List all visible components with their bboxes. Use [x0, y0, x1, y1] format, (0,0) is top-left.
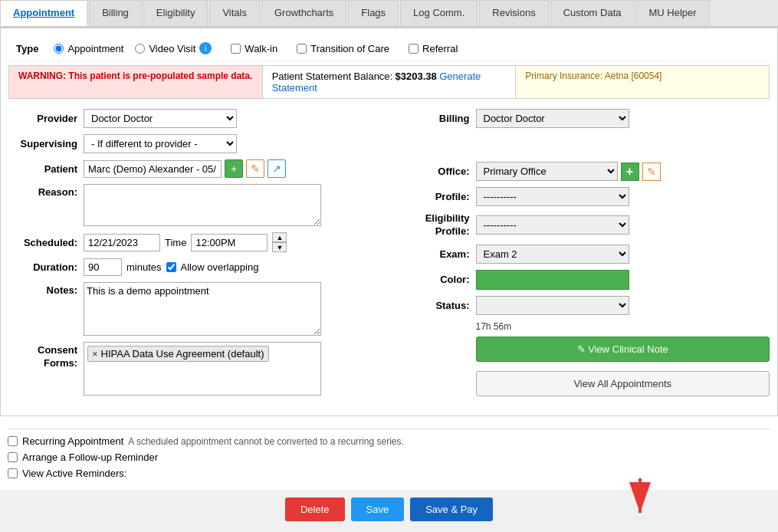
status-label: Status: [393, 300, 470, 311]
office-select[interactable]: Primary Office [476, 162, 618, 181]
recurring-row: Recurring Appointment A scheduled appoin… [8, 435, 770, 447]
eligibility-profile-row: EligibilityProfile: ---------- [393, 212, 770, 238]
divider [8, 429, 770, 429]
radio-video-visit[interactable]: Video Visit i [135, 42, 212, 54]
allow-overlap-label: Allow overlapping [181, 261, 259, 273]
reason-label: Reason: [8, 184, 77, 198]
exam-label: Exam: [393, 248, 470, 260]
tab-billing[interactable]: Billing [89, 0, 142, 26]
color-picker[interactable] [476, 270, 629, 290]
patient-edit-button[interactable]: ✎ [246, 159, 264, 178]
office-label: Office: [393, 166, 470, 177]
warning-insurance: Primary Insurance: Aetna [60054] [516, 66, 769, 98]
patient-add-button[interactable]: + [225, 159, 243, 178]
eligibility-label: EligibilityProfile: [393, 212, 470, 238]
checkbox-referral[interactable]: Referral [409, 43, 458, 54]
warning-bar: WARNING: This patient is pre-populated s… [8, 65, 770, 99]
clinical-note-container: ✎ View Clinical Note [393, 337, 770, 366]
billing-label: Billing [393, 113, 470, 124]
radio-appointment[interactable]: Appointment [54, 43, 123, 54]
followup-row: Arrange a Follow-up Reminder [8, 452, 770, 463]
patient-row: Patient + ✎ ↗ [8, 159, 386, 178]
tab-vitals[interactable]: Vitals [209, 0, 260, 26]
patient-external-button[interactable]: ↗ [268, 159, 286, 178]
patient-input[interactable] [84, 160, 222, 178]
recurring-checkbox[interactable] [8, 436, 18, 446]
patient-input-group: + ✎ ↗ [84, 159, 286, 178]
time-up-button[interactable]: ▲ [272, 232, 287, 242]
active-reminders-label: View Active Reminders: [22, 468, 126, 479]
allow-overlap-checkbox[interactable] [166, 262, 176, 272]
billing-row: Billing Doctor Doctor [393, 109, 770, 128]
tab-appointment[interactable]: Appointment [0, 0, 87, 26]
warning-sample-data: WARNING: This patient is pre-populated s… [9, 66, 263, 98]
tab-revisions[interactable]: Revisions [479, 0, 548, 26]
provider-label: Provider [8, 113, 77, 124]
profile-label: Profile: [393, 191, 470, 202]
exam-select[interactable]: Exam 2 [476, 245, 629, 264]
tab-eligibility[interactable]: Eligibility [143, 0, 208, 26]
view-clinical-note-button[interactable]: ✎ View Clinical Note [476, 337, 770, 362]
office-input-group: Primary Office + ✎ [476, 162, 661, 181]
supervising-row: Supervising - If different to provider - [8, 134, 386, 153]
notes-textarea[interactable]: This is a demo appointment [84, 282, 321, 336]
checkbox-transition[interactable]: Transition of Care [297, 43, 389, 54]
duration-unit: minutes [126, 261, 162, 273]
time-down-button[interactable]: ▼ [272, 242, 287, 252]
status-select[interactable] [476, 296, 629, 315]
active-reminders-checkbox[interactable] [8, 468, 18, 478]
profile-row: Profile: ---------- [393, 187, 770, 206]
tab-growthcharts[interactable]: Growthcharts [261, 0, 346, 26]
eligibility-profile-select[interactable]: ---------- [476, 215, 629, 235]
form-area: Provider Doctor Doctor Supervising - If … [8, 103, 770, 408]
consent-box[interactable]: × HIPAA Data Use Agreement (default) [84, 342, 321, 396]
consent-remove-button[interactable]: × [92, 348, 98, 360]
followup-label: Arrange a Follow-up Reminder [22, 452, 158, 463]
save-button[interactable]: Save [351, 498, 405, 521]
notes-row: Notes: This is a demo appointment [8, 282, 386, 336]
exam-row: Exam: Exam 2 [393, 245, 770, 264]
checkbox-walkin[interactable]: Walk-in [231, 43, 277, 54]
supervising-label: Supervising [8, 138, 77, 149]
followup-checkbox[interactable] [8, 452, 18, 462]
time-display: 17h 56m [393, 321, 770, 332]
scheduled-row: Scheduled: Time ▲ ▼ [8, 232, 386, 252]
red-arrow-icon [617, 475, 663, 521]
office-add-button[interactable]: + [621, 163, 639, 181]
reason-textarea[interactable] [84, 184, 321, 226]
duration-row: Duration: minutes Allow overlapping [8, 258, 386, 276]
warning-balance: Patient Statement Balance: $3203.38 Gene… [263, 66, 517, 98]
profile-select[interactable]: ---------- [476, 187, 629, 206]
consent-row: ConsentForms: × HIPAA Data Use Agreement… [8, 342, 386, 396]
scheduled-date-input[interactable] [84, 234, 160, 251]
office-row: Office: Primary Office + ✎ [393, 162, 770, 181]
billing-select[interactable]: Doctor Doctor [476, 109, 629, 128]
recurring-note: A scheduled appointment cannot be conver… [128, 436, 404, 447]
delete-button[interactable]: Delete [285, 498, 345, 521]
patient-label: Patient [8, 163, 77, 175]
tab-logcomm[interactable]: Log Comm. [400, 0, 478, 26]
status-row: Status: [393, 296, 770, 315]
duration-label: Duration: [8, 261, 77, 273]
tab-flags[interactable]: Flags [348, 0, 399, 26]
office-edit-button[interactable]: ✎ [642, 163, 661, 181]
time-input[interactable] [191, 234, 268, 251]
info-icon[interactable]: i [199, 42, 212, 54]
action-bar: Delete Save Save & Pay [0, 490, 778, 529]
recurring-label: Recurring Appointment [22, 435, 123, 447]
save-pay-button[interactable]: Save & Pay [410, 498, 493, 521]
provider-select[interactable]: Doctor Doctor [84, 109, 237, 128]
view-all-appointments-button[interactable]: View All Appointments [476, 371, 770, 396]
tab-muhelper[interactable]: MU Helper [636, 0, 710, 26]
tab-customdata[interactable]: Custom Data [550, 0, 635, 26]
duration-input[interactable] [84, 258, 122, 276]
type-row: Type Appointment Video Visit i Walk-in T… [8, 36, 770, 61]
main-content: Type Appointment Video Visit i Walk-in T… [0, 28, 778, 416]
supervising-select[interactable]: - If different to provider - [84, 134, 237, 153]
tab-bar: Appointment Billing Eligibility Vitals G… [0, 0, 778, 28]
scheduled-label: Scheduled: [8, 237, 77, 248]
scheduled-input-group: Time ▲ ▼ [84, 232, 287, 252]
time-label: Time [165, 237, 186, 248]
color-row: Color: [393, 270, 770, 290]
arrow-container [617, 475, 663, 523]
